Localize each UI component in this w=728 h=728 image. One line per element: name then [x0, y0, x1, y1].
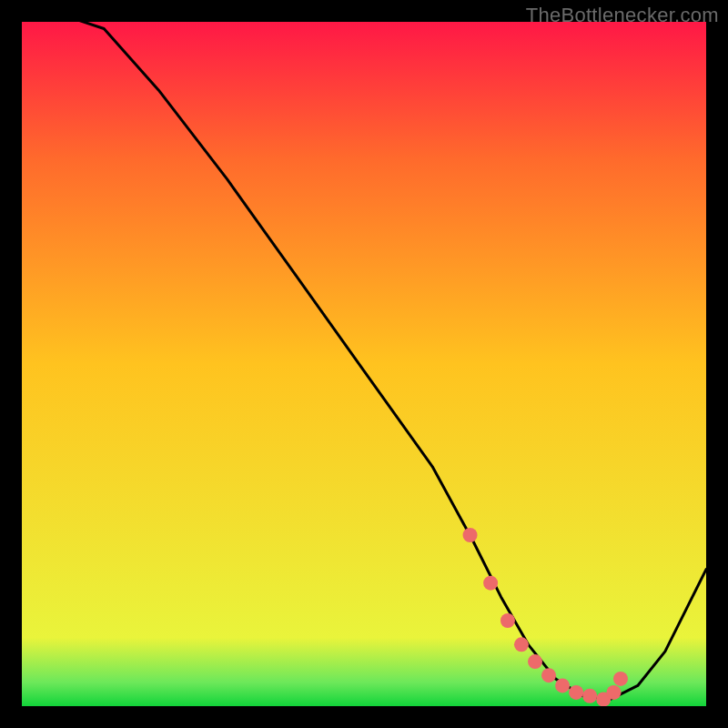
highlight-dot: [606, 685, 621, 700]
highlight-dot: [555, 678, 570, 693]
highlight-dot: [582, 689, 597, 703]
chart-frame: TheBottlenecker.com: [0, 0, 728, 728]
chart-svg: [22, 22, 706, 706]
highlight-dot: [483, 576, 498, 591]
highlight-dot: [528, 654, 542, 669]
highlight-dot: [541, 668, 556, 682]
plot-area: [22, 22, 706, 706]
highlight-dot: [500, 613, 515, 628]
highlight-dot: [514, 637, 529, 652]
highlight-dot: [463, 528, 478, 542]
highlight-dot: [569, 685, 583, 700]
highlight-dot: [613, 672, 628, 686]
gradient-background: [22, 22, 706, 706]
watermark-text: TheBottlenecker.com: [526, 4, 719, 27]
